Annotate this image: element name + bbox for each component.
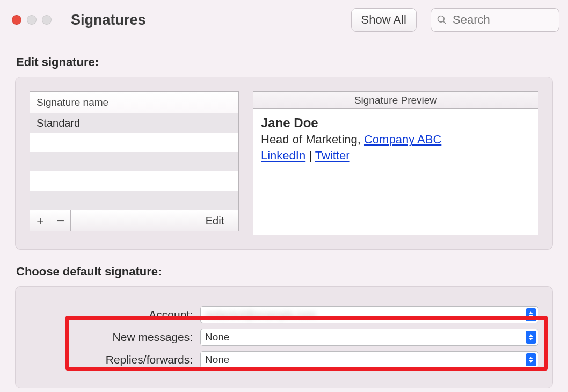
edit-signature-button[interactable]: Edit <box>191 210 238 231</box>
preview-twitter-link[interactable]: Twitter <box>315 149 350 162</box>
select-arrows-icon <box>526 353 536 366</box>
close-window-button[interactable] <box>12 15 21 25</box>
replies-row: Replies/forwards: None <box>30 351 538 368</box>
signature-list: Signature name Standard . . . . ＋ − Edit <box>30 91 239 231</box>
account-value: redacted@example.com <box>205 309 316 321</box>
new-messages-label: New messages: <box>30 331 196 344</box>
choose-default-label: Choose default signature: <box>0 250 568 286</box>
search-icon <box>436 14 447 25</box>
preview-linkedin-link[interactable]: LinkedIn <box>261 149 305 162</box>
signature-preview: Signature Preview Jane Doe Head of Marke… <box>253 91 538 235</box>
preview-name: Jane Doe <box>261 114 530 132</box>
window-controls <box>12 15 63 25</box>
titlebar: Signatures Show All <box>0 0 568 40</box>
edit-signature-label: Edit signature: <box>0 40 568 77</box>
search-field[interactable] <box>431 8 559 32</box>
signature-row-empty: . <box>30 133 238 152</box>
edit-signature-panel: Signature name Standard . . . . ＋ − Edit <box>15 77 553 250</box>
plus-icon: ＋ <box>34 213 46 229</box>
search-input[interactable] <box>452 12 554 27</box>
signature-row-empty: . <box>30 171 238 191</box>
replies-value: None <box>205 354 229 366</box>
replies-select[interactable]: None <box>200 351 538 368</box>
signature-row-empty: . <box>30 191 238 210</box>
signature-list-toolbar: ＋ − Edit <box>30 210 239 231</box>
new-messages-row: New messages: None <box>30 329 538 346</box>
new-messages-value: None <box>205 331 229 343</box>
preview-role-line: Head of Marketing, Company ABC <box>261 132 530 148</box>
signature-preview-body: Jane Doe Head of Marketing, Company ABC … <box>253 109 538 169</box>
replies-label: Replies/forwards: <box>30 353 196 366</box>
signature-list-header: Signature name <box>30 92 238 113</box>
preview-social-line: LinkedIn | Twitter <box>261 148 530 164</box>
account-select[interactable]: redacted@example.com <box>200 306 538 323</box>
select-arrows-icon <box>526 308 536 321</box>
minus-icon: − <box>56 214 64 228</box>
zoom-window-button[interactable] <box>42 15 52 25</box>
preview-separator: | <box>305 149 315 162</box>
minimize-window-button[interactable] <box>27 15 37 25</box>
toolbar-spacer <box>71 210 191 231</box>
signature-list-rows: Standard . . . . <box>30 113 238 210</box>
add-signature-button[interactable]: ＋ <box>30 210 50 231</box>
signature-preview-header: Signature Preview <box>253 92 538 109</box>
preview-company-link[interactable]: Company ABC <box>364 133 441 146</box>
window-title: Signatures <box>71 12 146 28</box>
show-all-button[interactable]: Show All <box>351 8 417 32</box>
svg-line-1 <box>443 21 446 24</box>
signature-row[interactable]: Standard <box>30 113 238 133</box>
new-messages-select[interactable]: None <box>200 329 538 346</box>
signature-row-empty: . <box>30 152 238 171</box>
account-row: Account: redacted@example.com <box>30 306 538 323</box>
remove-signature-button[interactable]: − <box>50 210 71 231</box>
select-arrows-icon <box>526 331 536 344</box>
account-label: Account: <box>30 308 196 321</box>
default-signature-panel: Account: redacted@example.com New messag… <box>15 286 553 388</box>
preview-role: Head of Marketing, <box>261 133 364 146</box>
